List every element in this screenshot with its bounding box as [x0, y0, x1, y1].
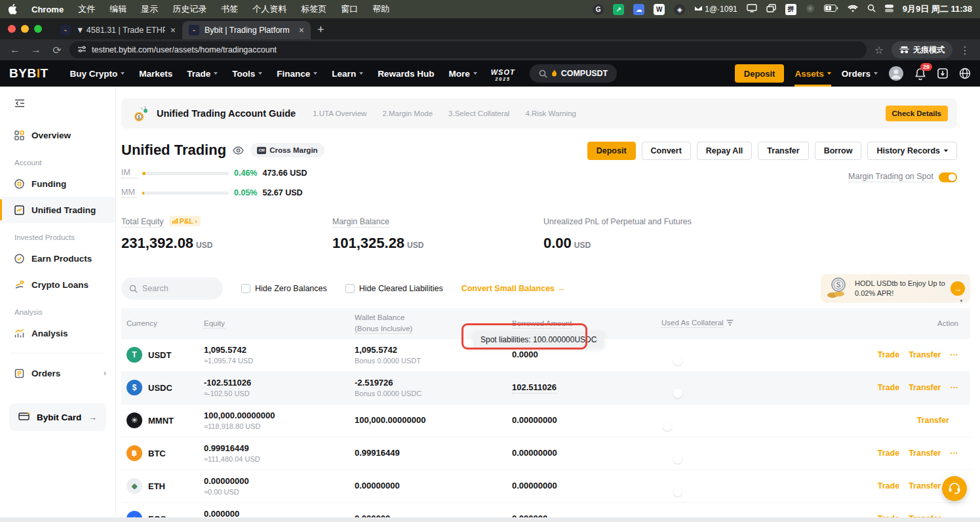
transfer-link[interactable]: Transfer: [909, 481, 941, 491]
promo-arrow-button[interactable]: →: [951, 281, 965, 296]
sidebar-item-orders[interactable]: Orders ›: [0, 360, 115, 386]
sidebar-collapse-icon[interactable]: [14, 98, 115, 110]
guide-step-4[interactable]: 4.Risk Warning: [525, 110, 576, 117]
support-chat-button[interactable]: [942, 476, 967, 501]
menubar-item-help[interactable]: 帮助: [372, 3, 389, 15]
spotlight-search-icon[interactable]: [867, 4, 876, 14]
sidebar-item-earn-products[interactable]: Earn Products: [0, 245, 115, 271]
transfer-link[interactable]: Transfer: [909, 383, 941, 392]
window-controls[interactable]: [8, 18, 42, 39]
address-bar[interactable]: testnet.bybit.com/user/assets/home/tradi…: [69, 41, 867, 58]
repay-all-button[interactable]: Repay All: [697, 142, 753, 160]
eye-toggle-icon[interactable]: [233, 146, 244, 155]
notifications-bell-icon[interactable]: 29: [914, 68, 926, 80]
nav-search[interactable]: COMPUSDT: [530, 64, 617, 83]
sidebar-item-unified-trading[interactable]: Unified Trading: [0, 197, 115, 223]
history-records-button[interactable]: History Records: [867, 142, 957, 160]
site-settings-icon[interactable]: [77, 45, 87, 55]
usdtb-promo-banner[interactable]: S HODL USDtb to Enjoy Up to 0.02% APR! →: [821, 274, 970, 303]
tab1-close-icon[interactable]: ×: [170, 25, 176, 35]
battery-icon[interactable]: [824, 5, 838, 14]
menubar-item-profiles[interactable]: 个人资料: [252, 3, 286, 15]
menubar-item-bookmarks[interactable]: 书签: [221, 3, 238, 15]
language-globe-icon[interactable]: [959, 68, 971, 79]
menubar-item-view[interactable]: 显示: [141, 3, 158, 15]
deposit-button[interactable]: Deposit: [587, 142, 636, 160]
guide-step-3[interactable]: 3.Select Collateral: [448, 110, 509, 117]
nav-buy-crypto[interactable]: Buy Crypto: [70, 69, 125, 79]
status-app-icon-3[interactable]: ☁: [633, 4, 644, 15]
transfer-button[interactable]: Transfer: [758, 142, 808, 160]
status-app-icon-2[interactable]: ↗: [613, 4, 624, 15]
menubar-item-tabs[interactable]: 标签页: [301, 3, 326, 15]
sidebar-item-crypto-loans[interactable]: Crypto Loans: [0, 271, 115, 298]
avatar[interactable]: [888, 66, 904, 81]
nav-markets[interactable]: Markets: [139, 69, 172, 79]
menubar-app-chrome[interactable]: Chrome: [31, 5, 64, 14]
menubar-clock[interactable]: 9月9日 周二 11:38: [903, 3, 972, 15]
trade-link[interactable]: Trade: [878, 449, 899, 458]
forward-icon[interactable]: →: [28, 44, 45, 56]
reload-icon[interactable]: ⟳: [49, 44, 66, 56]
guide-step-1[interactable]: 1.UTA Overview: [313, 110, 366, 117]
convert-button[interactable]: Convert: [642, 142, 691, 160]
input-method-icon[interactable]: 拼: [785, 4, 796, 15]
bybit-logo[interactable]: BYBIT: [9, 66, 49, 81]
checkbox-icon[interactable]: [241, 284, 250, 293]
transfer-link[interactable]: Transfer: [909, 350, 941, 359]
browser-menu-kebab-icon[interactable]: ⋮: [956, 44, 973, 56]
status-app-icon-5[interactable]: ◈: [674, 4, 685, 15]
close-window-button[interactable]: [8, 25, 16, 33]
more-actions-icon[interactable]: ···: [951, 350, 959, 359]
apple-menu-icon[interactable]: [8, 4, 17, 14]
check-details-button[interactable]: Check Details: [886, 106, 948, 121]
trade-link[interactable]: Trade: [878, 383, 899, 392]
transfer-link[interactable]: Transfer: [917, 416, 949, 425]
trade-link[interactable]: Trade: [878, 481, 899, 491]
zoom-window-button[interactable]: [34, 25, 42, 33]
nav-deposit-button[interactable]: Deposit: [735, 64, 785, 83]
more-actions-icon[interactable]: ···: [951, 449, 959, 458]
mission-control-icon[interactable]: [766, 4, 776, 14]
control-center-icon[interactable]: [885, 4, 893, 14]
bookmark-star-icon[interactable]: ☆: [871, 44, 888, 56]
margin-spot-toggle[interactable]: [939, 172, 957, 182]
nav-trade[interactable]: Trade: [187, 69, 218, 79]
minimize-window-button[interactable]: [21, 25, 29, 33]
browser-tab-1[interactable]: ⌁ ▼ 4581.31 | Trade ETHPERP | ×: [54, 21, 182, 39]
cross-margin-badge[interactable]: CM Cross Margin: [250, 143, 324, 157]
status-app-icon-1[interactable]: G: [593, 4, 604, 15]
display-icon[interactable]: [747, 4, 757, 14]
wifi-icon[interactable]: [848, 5, 858, 14]
nav-tools[interactable]: Tools: [232, 69, 262, 79]
sidebar-item-analysis[interactable]: Analysis: [0, 320, 115, 346]
nav-orders[interactable]: Orders: [842, 69, 878, 79]
hide-zero-checkbox[interactable]: Hide Zero Balances: [241, 284, 327, 293]
hide-cleared-checkbox[interactable]: Hide Cleared Liabilities: [345, 284, 443, 293]
nav-learn[interactable]: Learn: [332, 69, 363, 79]
back-icon[interactable]: ←: [7, 44, 24, 56]
borrowed-value[interactable]: 102.511026: [512, 382, 557, 393]
pnl-badge[interactable]: P&L ›: [169, 216, 201, 226]
status-counter[interactable]: 1@·1091: [694, 5, 737, 14]
wsot-2025-logo[interactable]: WSOT2025: [491, 66, 515, 81]
tab2-close-icon[interactable]: ×: [299, 25, 304, 35]
download-app-icon[interactable]: [937, 68, 949, 79]
nav-assets[interactable]: Assets: [794, 60, 831, 87]
trade-link[interactable]: Trade: [878, 350, 899, 359]
borrow-button[interactable]: Borrow: [815, 142, 862, 160]
menubar-item-window[interactable]: 窗口: [341, 3, 358, 15]
more-actions-icon[interactable]: ···: [951, 383, 959, 392]
sidebar-bybit-card[interactable]: Bybit Card →: [9, 403, 106, 431]
sidebar-item-funding[interactable]: Funding: [0, 171, 115, 197]
search-input[interactable]: [142, 284, 208, 293]
sidebar-item-overview[interactable]: Overview: [0, 122, 115, 148]
menubar-item-history[interactable]: 历史记录: [172, 3, 206, 15]
new-tab-button[interactable]: +: [317, 23, 324, 37]
nav-more[interactable]: More: [448, 69, 477, 79]
browser-tab-2[interactable]: ⌁ Bybit | Trading Platform ×: [182, 21, 311, 39]
asset-search[interactable]: [121, 277, 223, 300]
menubar-item-edit[interactable]: 编辑: [109, 3, 127, 15]
menubar-item-file[interactable]: 文件: [78, 3, 95, 15]
guide-step-2[interactable]: 2.Margin Mode: [382, 110, 433, 117]
